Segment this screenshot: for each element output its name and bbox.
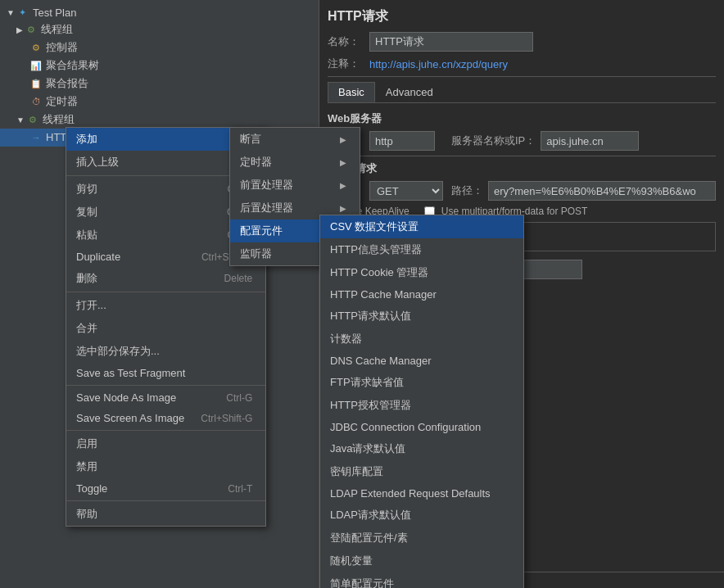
config-http-auth[interactable]: HTTP授权管理器 [320,394,523,417]
arrow: ▶ [340,135,346,144]
method-select[interactable]: GET POST PUT DELETE [369,181,443,201]
controller-icon: ⚙ [29,41,43,54]
config-simple[interactable]: 简单配置元件 [320,572,523,588]
submenu-add-timer[interactable]: 定时器 ▶ [230,151,360,174]
expand-icon: ▼ [7,8,15,17]
divider1 [328,76,716,77]
http-request-title: HTTP请求 [328,161,716,176]
arrow: ▶ [340,204,346,213]
config-http-cache[interactable]: HTTP Cache Manager [320,284,523,305]
config-ftp-defaults[interactable]: FTP请求缺省值 [320,371,523,394]
submenu-add-pre[interactable]: 前置处理器 ▶ [230,174,360,197]
config-http-cookie[interactable]: HTTP Cookie 管理器 [320,261,523,284]
tree-item-threadgroup2[interactable]: ▼ ⚙ 线程组 [0,111,319,129]
config-http-defaults[interactable]: HTTP请求默认值 [320,305,523,328]
expand-icon: ▶ [16,25,23,34]
tab-bar: Basic Advanced [328,82,716,103]
tree-item-aggreport[interactable]: 📋 聚合报告 [0,75,319,93]
name-row: 名称： [328,32,716,52]
divider2 [328,156,716,156]
separator4 [66,430,265,431]
arrow: ▶ [340,181,346,190]
menu-save-screen-image[interactable]: Save Screen As Image Ctrl+Shift-G [66,408,265,428]
menu-save-node-image[interactable]: Save Node As Image Ctrl-G [66,387,265,408]
arrow: ▶ [340,158,346,167]
server-input[interactable] [541,131,639,151]
config-login[interactable]: 登陆配置元件/素 [320,527,523,550]
comment-value: http://apis.juhe.cn/xzpd/query [369,58,508,70]
separator2 [66,292,265,292]
menu-save-part[interactable]: 选中部分保存为... [66,340,265,363]
submenu-config: CSV 数据文件设置 HTTP信息头管理器 HTTP Cookie 管理器 HT… [319,215,524,588]
config-dns-cache[interactable]: DNS Cache Manager [320,351,523,371]
menu-enable[interactable]: 启用 [66,432,265,455]
tree-item-timer[interactable]: ⏱ 定时器 [0,93,319,111]
name-input[interactable] [369,32,533,52]
config-random-var[interactable]: 随机变量 [320,550,523,572]
http-icon: → [29,131,43,144]
path-input[interactable] [488,181,716,201]
path-label: 路径： [451,183,483,198]
menu-merge[interactable]: 合并 [66,317,265,340]
aggtree-icon: 📊 [29,59,43,72]
tree-item-aggtree[interactable]: 📊 聚合结果树 [0,57,319,75]
menu-disable[interactable]: 禁用 [66,455,265,478]
testplan-icon: ✦ [16,6,29,19]
protocol-input[interactable] [369,131,435,151]
name-label: 名称： [328,34,364,49]
separator5 [66,500,265,501]
menu-open[interactable]: 打开... [66,294,265,317]
tree-item-controller[interactable]: ⚙ 控制器 [0,38,319,57]
aggreport-icon: 📋 [29,77,43,90]
menu-help[interactable]: 帮助 [66,503,265,526]
menu-save-fragment[interactable]: Save as Test Fragment [66,363,265,383]
tab-advanced[interactable]: Advanced [375,82,444,102]
config-keystore[interactable]: 密钥库配置 [320,460,523,483]
tree-item-testplan[interactable]: ▼ ✦ Test Plan [0,4,319,20]
config-http-header[interactable]: HTTP信息头管理器 [320,238,523,261]
separator3 [66,385,265,386]
web-server-title: Web服务器 [328,111,716,126]
submenu-add-assert[interactable]: 断言 ▶ [230,128,360,151]
comment-row: 注释： http://apis.juhe.cn/xzpd/query [328,57,716,71]
menu-delete[interactable]: 删除 Delete [66,267,265,290]
config-jdbc[interactable]: JDBC Connection Configuration [320,417,523,437]
tree-item-threadgroup1[interactable]: ▶ ⚙ 线程组 [0,20,319,38]
comment-label: 注释： [328,57,364,71]
server-label: 服务器名称或IP： [451,133,536,148]
config-java-defaults[interactable]: Java请求默认值 [320,437,523,460]
protocol-row: 协议： 服务器名称或IP： [328,131,716,151]
config-counter[interactable]: 计数器 [320,328,523,351]
config-ldap-defaults[interactable]: LDAP请求默认值 [320,504,523,527]
config-csv[interactable]: CSV 数据文件设置 [320,215,523,238]
expand-icon2: ▼ [16,115,25,124]
panel-title: HTTP请求 [328,8,716,25]
tab-basic[interactable]: Basic [328,82,375,102]
menu-toggle[interactable]: Toggle Ctrl-T [66,478,265,499]
threadgroup2-icon: ⚙ [26,113,39,126]
threadgroup-icon: ⚙ [25,23,38,36]
timer-icon: ⏱ [29,95,43,108]
method-row: 方法： GET POST PUT DELETE 路径： [328,181,716,201]
config-ldap-extended[interactable]: LDAP Extended Request Defaults [320,483,523,504]
